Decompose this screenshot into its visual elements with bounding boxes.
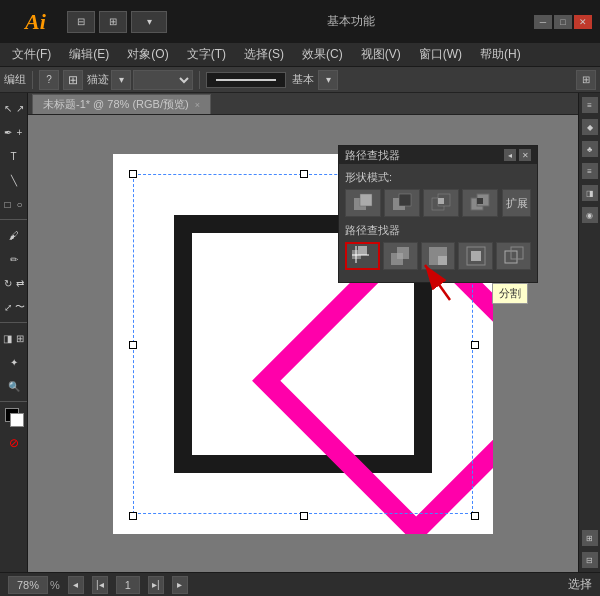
pf-expand-btn[interactable]: 扩展	[502, 189, 531, 217]
rp-icon-1[interactable]: ≡	[582, 97, 598, 113]
handle-mr[interactable]	[471, 341, 479, 349]
pf-title-bar: 路径查找器 ◂ ✕	[339, 146, 537, 164]
rp-icon-5[interactable]: ◨	[582, 185, 598, 201]
pf-exclude-btn[interactable]	[462, 189, 498, 217]
line-tool[interactable]: ╲	[3, 169, 25, 191]
rp-icon-4[interactable]: ≡	[582, 163, 598, 179]
menu-object[interactable]: 对象(O)	[119, 44, 176, 65]
toolbar-question[interactable]: ?	[39, 70, 59, 90]
stroke-line	[216, 79, 276, 81]
svg-rect-11	[477, 198, 483, 204]
pf-merge-btn[interactable]	[421, 242, 456, 270]
menu-text[interactable]: 文字(T)	[179, 44, 234, 65]
rp-icon-6[interactable]: ◉	[582, 207, 598, 223]
zoom-input[interactable]	[8, 576, 48, 594]
toolbar-extra[interactable]: ⊞	[576, 70, 596, 90]
ellipse-tool[interactable]: ○	[14, 193, 25, 215]
page-first-btn[interactable]: |◂	[92, 576, 108, 594]
gradient-tool[interactable]: ◨	[2, 327, 13, 349]
handle-tl[interactable]	[129, 170, 137, 178]
handle-bm[interactable]	[300, 512, 308, 520]
pen-tool[interactable]: ✒	[2, 121, 13, 143]
page-input[interactable]	[116, 576, 140, 594]
toolbar-icon-2[interactable]: ⊞	[63, 70, 83, 90]
menu-file[interactable]: 文件(F)	[4, 44, 59, 65]
eyedropper-tool[interactable]: ✦	[3, 351, 25, 373]
stroke-swatch[interactable]	[10, 413, 24, 427]
add-anchor-tool[interactable]: +	[14, 121, 25, 143]
rotate-tools: ↻ ⇄	[2, 272, 25, 294]
toolbar-cat-group: 猫迹 ▾	[87, 70, 193, 90]
menu-help[interactable]: 帮助(H)	[472, 44, 529, 65]
pf-crop-btn[interactable]	[458, 242, 493, 270]
menu-select[interactable]: 选择(S)	[236, 44, 292, 65]
tb-icon-2[interactable]: ⊞	[99, 11, 127, 33]
stroke-preview	[206, 72, 286, 88]
pf-outline-btn[interactable]	[496, 242, 531, 270]
maximize-button[interactable]: □	[554, 15, 572, 29]
handle-bl[interactable]	[129, 512, 137, 520]
close-button[interactable]: ✕	[574, 15, 592, 29]
page-last-btn[interactable]: ▸|	[148, 576, 164, 594]
tb-dropdown[interactable]: ▾	[131, 11, 167, 33]
rp-icon-3[interactable]: ♣	[582, 141, 598, 157]
ai-logo: Ai	[8, 0, 63, 43]
mesh-tool[interactable]: ⊞	[14, 327, 25, 349]
canvas[interactable]: 路径查找器 ◂ ✕ 形状模式:	[28, 115, 578, 572]
svg-rect-13	[358, 246, 367, 255]
page-next-btn[interactable]: ▸	[172, 576, 188, 594]
menu-window[interactable]: 窗口(W)	[411, 44, 470, 65]
menu-edit[interactable]: 编辑(E)	[61, 44, 117, 65]
toolbar-cat-dropdown[interactable]: ▾	[111, 70, 131, 90]
direct-select-tool[interactable]: ↗	[14, 97, 25, 119]
select-tools: ↖ ↗	[2, 97, 25, 119]
svg-rect-23	[471, 251, 481, 261]
toolbar-select-1[interactable]	[133, 70, 193, 90]
toolbar-stroke-dropdown[interactable]: ▾	[318, 70, 338, 90]
reflect-tool[interactable]: ⇄	[14, 272, 25, 294]
page-prev-btn[interactable]: ◂	[68, 576, 84, 594]
pf-panel-title: 路径查找器	[345, 148, 400, 163]
type-tool[interactable]: T	[3, 145, 25, 167]
rotate-tool[interactable]: ↻	[2, 272, 13, 294]
rp-icon-2[interactable]: ◆	[582, 119, 598, 135]
title-bar: Ai ⊟ ⊞ ▾ 基本功能 ─ □ ✕	[0, 0, 600, 43]
shape-btns	[345, 189, 498, 217]
handle-tm[interactable]	[300, 170, 308, 178]
rp-icon-7[interactable]: ⊞	[582, 530, 598, 546]
right-panel: ≡ ◆ ♣ ≡ ◨ ◉ ⊞ ⊟	[578, 93, 600, 572]
pf-minus-btn[interactable]	[384, 189, 420, 217]
select-tool[interactable]: ↖	[2, 97, 13, 119]
color-mode-btns: ⊘	[3, 432, 25, 454]
pathfinder-panel: 路径查找器 ◂ ✕ 形状模式:	[338, 145, 538, 283]
zoom-tool[interactable]: 🔍	[3, 375, 25, 397]
color-swatches	[3, 406, 25, 428]
toolbar-divider-2	[199, 71, 200, 89]
document-tab[interactable]: 未标题-1* @ 78% (RGB/预览) ×	[32, 94, 211, 114]
pf-close-btn[interactable]: ✕	[519, 149, 531, 161]
shape-tools: □ ○	[2, 193, 25, 215]
status-mode: 选择	[196, 576, 592, 593]
minimize-button[interactable]: ─	[534, 15, 552, 29]
tab-close-btn[interactable]: ×	[195, 100, 200, 110]
scale-tool[interactable]: ⤢	[2, 296, 13, 318]
pf-intersect-btn[interactable]	[423, 189, 459, 217]
pf-trim-btn[interactable]	[383, 242, 418, 270]
pf-divide-btn[interactable]	[345, 242, 380, 270]
warp-tool[interactable]: 〜	[14, 296, 25, 318]
svg-rect-18	[429, 247, 438, 256]
handle-br[interactable]	[471, 512, 479, 520]
rect-tool[interactable]: □	[2, 193, 13, 215]
pf-section1-title: 形状模式:	[345, 170, 531, 185]
tb-icon-1[interactable]: ⊟	[67, 11, 95, 33]
pf-unite-btn[interactable]	[345, 189, 381, 217]
rp-icon-8[interactable]: ⊟	[582, 552, 598, 568]
pencil-tool[interactable]: ✏	[3, 248, 25, 270]
paintbrush-tool[interactable]: 🖌	[3, 224, 25, 246]
pf-collapse-btn[interactable]: ◂	[504, 149, 516, 161]
menu-view[interactable]: 视图(V)	[353, 44, 409, 65]
menu-effect[interactable]: 效果(C)	[294, 44, 351, 65]
handle-ml[interactable]	[129, 341, 137, 349]
svg-rect-21	[438, 256, 447, 265]
none-swatch[interactable]: ⊘	[3, 432, 25, 454]
